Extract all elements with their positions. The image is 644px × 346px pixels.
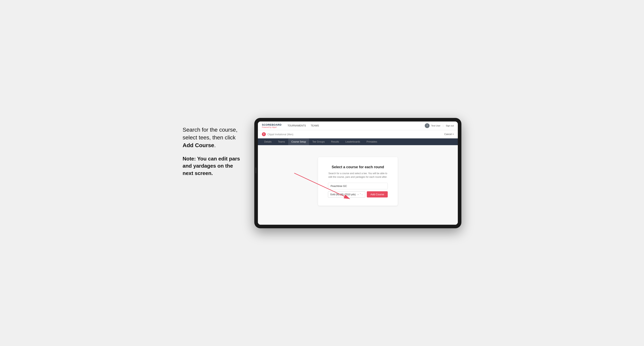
tablet-frame: SCOREBOARD Powered by clippd TOURNAMENTS… bbox=[254, 118, 462, 228]
tournament-title: Clippd Invitational (Men) bbox=[268, 133, 293, 136]
nav-right: T Test User | Sign out bbox=[425, 123, 454, 128]
tab-course-setup[interactable]: Course Setup bbox=[288, 138, 309, 145]
course-card-description: Search for a course and select a tee. Yo… bbox=[328, 172, 388, 179]
instructions-panel: Search for the course, select tees, then… bbox=[182, 118, 242, 183]
instruction-bold: Add Course bbox=[182, 142, 214, 148]
add-course-button[interactable]: Add Course bbox=[367, 191, 388, 197]
tee-select-box[interactable]: Gold (M) (M) (7010 yds) × ⌃⌄ bbox=[328, 191, 365, 198]
search-wrapper bbox=[328, 183, 388, 189]
tab-tee-groups[interactable]: Tee Groups bbox=[309, 138, 328, 145]
logo-text: SCOREBOARD Powered by clippd bbox=[262, 123, 282, 128]
tab-printables[interactable]: Printables bbox=[364, 138, 380, 145]
nav-tournaments[interactable]: TOURNAMENTS bbox=[288, 124, 306, 128]
tee-select-wrapper: Gold (M) (M) (7010 yds) × ⌃⌄ Add Course bbox=[328, 191, 388, 198]
navbar: SCOREBOARD Powered by clippd TOURNAMENTS… bbox=[258, 122, 458, 130]
nav-links: TOURNAMENTS TEAMS bbox=[288, 124, 425, 128]
tab-details[interactable]: Details bbox=[261, 138, 275, 145]
tee-toggle-icon[interactable]: ⌃⌄ bbox=[360, 193, 363, 196]
user-name: Test User bbox=[431, 125, 440, 127]
tab-teams[interactable]: Teams bbox=[275, 138, 288, 145]
course-search-input[interactable] bbox=[328, 183, 388, 189]
nav-teams[interactable]: TEAMS bbox=[311, 124, 319, 128]
sign-out-link[interactable]: Sign out bbox=[446, 125, 454, 127]
logo-area: SCOREBOARD Powered by clippd bbox=[262, 123, 282, 128]
cancel-button[interactable]: Cancel × bbox=[444, 133, 454, 136]
tab-bar: Details Teams Course Setup Tee Groups Re… bbox=[258, 138, 458, 145]
nav-pipe: | bbox=[443, 125, 444, 127]
page-wrapper: Search for the course, select tees, then… bbox=[182, 118, 462, 228]
tee-select-value: Gold (M) (M) (7010 yds) bbox=[330, 193, 356, 196]
tablet-side-button bbox=[256, 168, 256, 173]
main-content: Select a course for each round Search fo… bbox=[258, 145, 458, 225]
tablet-screen: SCOREBOARD Powered by clippd TOURNAMENTS… bbox=[258, 122, 458, 225]
course-card-heading: Select a course for each round bbox=[328, 165, 388, 169]
tab-leaderboards[interactable]: Leaderboards bbox=[342, 138, 363, 145]
tee-clear-icon[interactable]: × bbox=[358, 193, 359, 196]
tournament-header: C Clippd Invitational (Men) Cancel × bbox=[258, 130, 458, 138]
instruction-note: Note: You can edit pars and yardages on … bbox=[182, 155, 242, 177]
user-avatar: T bbox=[425, 123, 430, 128]
course-card: Select a course for each round Search fo… bbox=[318, 157, 398, 206]
instruction-text-1: Search for the course, select tees, then… bbox=[182, 126, 242, 149]
tee-select-controls: × ⌃⌄ bbox=[358, 193, 363, 196]
tournament-subtitle: (Men) bbox=[287, 133, 293, 136]
tournament-icon: C bbox=[262, 132, 266, 136]
tab-results[interactable]: Results bbox=[328, 138, 342, 145]
